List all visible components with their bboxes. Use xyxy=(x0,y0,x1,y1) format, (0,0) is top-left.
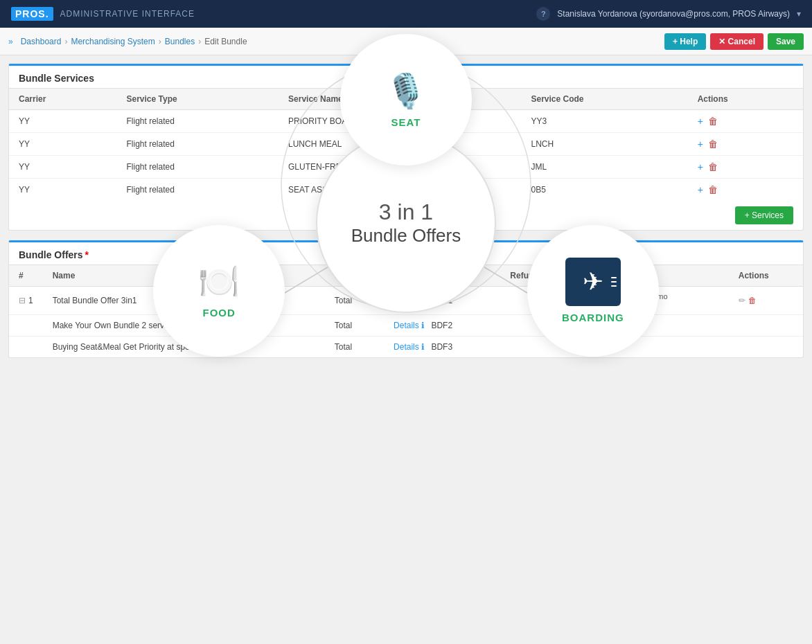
seat-icon: 🎙️ xyxy=(385,72,427,111)
list-item: Buying Seat&Meal Get Priority at special… xyxy=(9,337,803,358)
content-area: Bundle Services Carrier Service Type Ser… xyxy=(0,55,812,376)
cell-carrier: YY xyxy=(9,179,117,202)
breadcrumb-dashboard[interactable]: Dashboard xyxy=(21,37,62,46)
delete-action-icon[interactable]: 🗑 xyxy=(708,138,718,150)
cell-carrier: YY xyxy=(9,133,117,156)
breadcrumb: » Dashboard › Merchandising System › Bun… xyxy=(8,37,247,46)
cell-service-type: Flight related xyxy=(117,133,279,156)
bundle-code: BDF3 xyxy=(431,342,452,352)
cell-offer-actions: ✏🗑 xyxy=(729,287,803,315)
boarding-plane-icon: ✈ xyxy=(583,267,603,296)
details-link[interactable]: Details ℹ xyxy=(394,321,425,330)
cancel-button[interactable]: ✕ Cancel xyxy=(710,33,764,50)
details-link[interactable]: Details ℹ xyxy=(394,342,425,352)
cell-num xyxy=(9,315,43,337)
col-service-type: Service Type xyxy=(117,89,279,110)
user-name: Stanislava Yordanova (syordanova@pros.co… xyxy=(557,9,790,19)
center-line1: 3 in 1 xyxy=(379,199,433,225)
seat-circle: 🎙️ SEAT xyxy=(340,34,472,166)
cell-discount: Details ℹ BDF3 xyxy=(384,337,500,358)
food-circle: 🍽️ FOOD xyxy=(153,225,285,357)
cell-service-code: 0B5 xyxy=(521,179,687,202)
toolbar-buttons: + Help ✕ Cancel Save xyxy=(664,33,804,50)
food-label: FOOD xyxy=(203,307,236,319)
cell-price: Total xyxy=(325,337,384,358)
col-num: # xyxy=(9,265,43,287)
list-item: Make Your Own Bundle 2 services Total De… xyxy=(9,315,803,337)
cell-num: ⊟1 xyxy=(9,287,43,315)
seat-label: SEAT xyxy=(391,116,421,128)
cell-service-type: Flight related xyxy=(117,156,279,179)
food-icon: 🍽️ xyxy=(198,262,240,301)
top-nav: PROS. ADMINISTRATIVE INTERFACE ? Stanisl… xyxy=(0,0,812,28)
bundle-code: BDF2 xyxy=(431,321,452,330)
add-services-button[interactable]: + Services xyxy=(735,206,793,224)
cell-service-code: YY3 xyxy=(521,110,687,133)
delete-action-icon[interactable]: 🗑 xyxy=(708,184,718,195)
expand-icon[interactable]: ⊟ xyxy=(19,296,26,305)
cell-discount: Details ℹ BDF2 xyxy=(384,315,500,337)
delete-action-icon[interactable]: 🗑 xyxy=(708,116,718,127)
add-action-icon[interactable]: + xyxy=(698,161,703,172)
cell-actions: + 🗑 xyxy=(688,179,803,202)
cell-offer-actions xyxy=(729,315,803,337)
required-marker: * xyxy=(85,249,89,260)
add-action-icon[interactable]: + xyxy=(698,116,703,127)
cell-num xyxy=(9,337,43,358)
cell-actions: + 🗑 xyxy=(688,156,803,179)
cell-service-code: JML xyxy=(521,156,687,179)
nav-right: ? Stanislava Yordanova (syordanova@pros.… xyxy=(536,7,801,21)
cell-carrier: YY xyxy=(9,110,117,133)
boarding-lines xyxy=(611,277,617,287)
breadcrumb-current: Edit Bundle xyxy=(204,37,247,46)
center-line2: Bundle Offers xyxy=(351,225,461,247)
boarding-icon-container: ✈ xyxy=(565,258,621,306)
help-button[interactable]: + Help xyxy=(664,33,706,50)
col-offer-actions: Actions xyxy=(729,265,803,287)
dropdown-arrow-icon[interactable]: ▾ xyxy=(797,9,801,19)
col-service-code: Service Code xyxy=(521,89,687,110)
cell-service-type: Flight related xyxy=(117,179,279,202)
delete-action-icon[interactable]: 🗑 xyxy=(708,161,718,172)
cell-price: Total xyxy=(325,315,384,337)
cell-service-type: Flight related xyxy=(117,110,279,133)
add-action-icon[interactable]: + xyxy=(698,138,703,150)
cell-actions: + 🗑 xyxy=(688,133,803,156)
cell-carrier: YY xyxy=(9,156,117,179)
help-icon[interactable]: ? xyxy=(536,7,550,21)
edit-icon[interactable]: ✏ xyxy=(739,296,745,305)
admin-title: ADMINISTRATIVE INTERFACE xyxy=(60,9,195,19)
nav-left: PROS. ADMINISTRATIVE INTERFACE xyxy=(11,7,195,21)
cell-offer-actions xyxy=(729,337,803,358)
boarding-label: BOARDING xyxy=(562,312,624,323)
col-actions: Actions xyxy=(688,89,803,110)
pros-logo: PROS. xyxy=(11,7,53,21)
nav-toggle-icon[interactable]: » xyxy=(8,37,13,46)
breadcrumb-merch[interactable]: Merchandising System xyxy=(71,37,155,46)
boarding-circle: ✈ BOARDING xyxy=(527,225,659,357)
row-number: 1 xyxy=(28,296,33,305)
breadcrumb-bundles[interactable]: Bundles xyxy=(165,37,195,46)
col-carrier: Carrier xyxy=(9,89,117,110)
add-action-icon[interactable]: + xyxy=(698,184,703,195)
save-button[interactable]: Save xyxy=(768,33,804,50)
cell-service-code: LNCH xyxy=(521,133,687,156)
delete-offer-icon[interactable]: 🗑 xyxy=(748,296,757,305)
cell-actions: + 🗑 xyxy=(688,110,803,133)
